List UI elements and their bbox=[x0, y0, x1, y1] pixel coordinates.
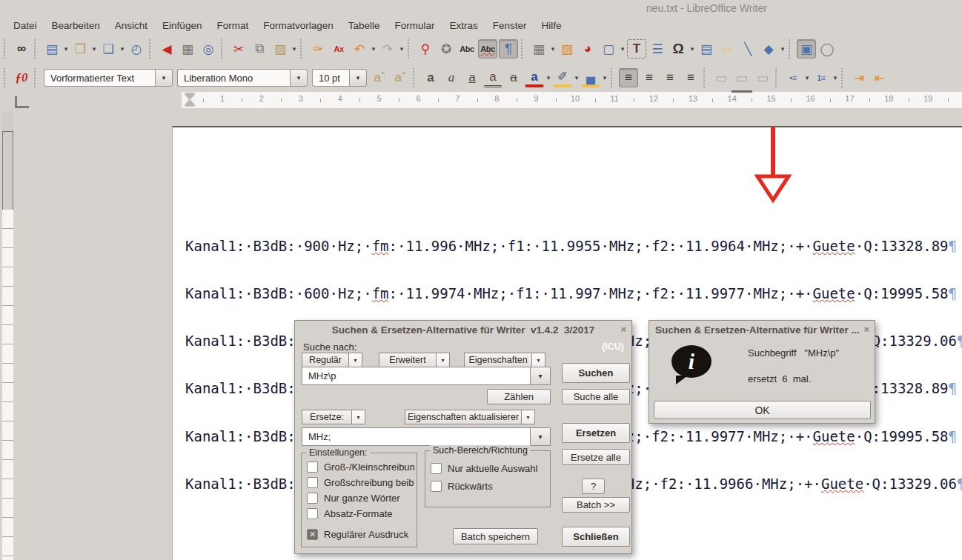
save-as-icon[interactable]: ◴ bbox=[127, 39, 146, 59]
checkbox-box[interactable] bbox=[307, 508, 318, 519]
insert-field-icon[interactable]: ▤ bbox=[697, 39, 716, 59]
menu-tabelle[interactable]: Tabelle bbox=[341, 19, 388, 33]
ok-button[interactable]: OK bbox=[654, 401, 871, 419]
keep-capitalization-checkbox[interactable]: Großschreibung beib bbox=[307, 477, 415, 488]
toolbar-grip[interactable] bbox=[34, 39, 39, 59]
replace-dropdown-button[interactable]: Ersetze:▾ bbox=[302, 410, 365, 424]
backwards-checkbox[interactable]: Rückwärts bbox=[431, 481, 548, 492]
menu-formular[interactable]: Formular bbox=[388, 19, 442, 33]
close-dialog-button[interactable]: Schließen bbox=[562, 527, 630, 547]
undo-icon[interactable]: ↶ bbox=[350, 39, 369, 59]
search-button[interactable]: Suchen bbox=[562, 363, 630, 383]
document-line[interactable]: Kanal1:·B3dB:·600·Hz;·fm:·11.9974·MHz;·f… bbox=[185, 286, 962, 301]
paragraph-style-combo[interactable]: Vorformatierter Text ▾ bbox=[44, 68, 173, 87]
checkbox-box-checked[interactable] bbox=[307, 529, 318, 540]
menu-fenster[interactable]: Fenster bbox=[485, 19, 534, 33]
italic-icon[interactable]: a bbox=[442, 68, 461, 87]
paragraph-style-dropdown[interactable]: ▾ bbox=[155, 69, 173, 87]
search-all-button[interactable]: Suche alle bbox=[562, 389, 630, 404]
navigator-icon[interactable]: ✪ bbox=[437, 39, 456, 59]
align-center-icon[interactable]: ≡ bbox=[640, 68, 659, 87]
paste-icon[interactable]: ▨ bbox=[271, 39, 290, 59]
insert-image-icon[interactable]: ▨ bbox=[557, 39, 577, 59]
paragraph-space-increase-icon[interactable]: ▭ bbox=[732, 68, 752, 87]
cut-icon[interactable]: ✂ bbox=[229, 39, 248, 59]
background-color-icon[interactable]: ▄ bbox=[581, 68, 600, 87]
indent-markers[interactable] bbox=[183, 93, 202, 107]
toolbar-grip[interactable] bbox=[521, 39, 526, 59]
numbered-list-icon[interactable]: 1≡ bbox=[812, 68, 831, 87]
paste-dropdown[interactable]: ▾ bbox=[291, 39, 298, 59]
line-spacing-icon[interactable]: ▭ bbox=[711, 68, 731, 87]
toolbar-grip[interactable] bbox=[775, 68, 780, 87]
font-color-icon[interactable]: a bbox=[525, 68, 544, 87]
regular-expression-checkbox[interactable]: Regulärer Ausdruck bbox=[307, 529, 415, 540]
redo-icon[interactable]: ↷ bbox=[378, 39, 397, 59]
toolbar-grip[interactable] bbox=[408, 39, 413, 59]
binoculars-search-icon[interactable]: ∞ bbox=[12, 39, 31, 59]
font-name-dropdown[interactable]: ▾ bbox=[290, 69, 308, 87]
insert-line-icon[interactable]: ╲ bbox=[738, 39, 757, 59]
toolbar-grip[interactable] bbox=[34, 68, 39, 87]
menu-datei[interactable]: Datei bbox=[6, 19, 44, 33]
save-dropdown[interactable]: ▾ bbox=[119, 39, 126, 59]
regular-dropdown-button[interactable]: Regulär▾ bbox=[302, 353, 362, 367]
toolbar-grip[interactable] bbox=[300, 39, 305, 59]
properties-update-dropdown-button[interactable]: Eigenschaften aktualisierer▾ bbox=[405, 410, 535, 424]
menu-formatvorlagen[interactable]: Formatvorlagen bbox=[256, 19, 341, 33]
bullet-list-icon[interactable]: •≡ bbox=[783, 68, 803, 87]
copy-icon[interactable]: ⧉ bbox=[250, 39, 269, 59]
replace-history-dropdown[interactable]: ▾ bbox=[531, 427, 551, 446]
basic-shapes-dropdown[interactable]: ▾ bbox=[779, 39, 786, 59]
checkbox-box[interactable] bbox=[307, 477, 318, 488]
align-justify-icon[interactable]: ≡ bbox=[681, 68, 700, 87]
checkbox-box[interactable] bbox=[431, 481, 442, 492]
toolbar-grip[interactable] bbox=[4, 39, 9, 59]
clone-formatting-icon[interactable]: ✑ bbox=[308, 39, 328, 59]
close-icon[interactable]: × bbox=[620, 324, 626, 335]
toolbar-grip[interactable] bbox=[703, 68, 709, 87]
superscript-icon[interactable]: aˆ bbox=[370, 68, 389, 87]
increase-indent-icon[interactable]: ⇥ bbox=[849, 68, 869, 87]
double-underline-icon[interactable]: a bbox=[483, 68, 502, 87]
menu-einfuegen[interactable]: Einfügen bbox=[155, 19, 209, 33]
current-selection-checkbox[interactable]: Nur aktuelle Auswahl bbox=[431, 463, 548, 474]
toolbar-grip[interactable] bbox=[611, 68, 616, 87]
new-document-dropdown[interactable]: ▾ bbox=[62, 39, 70, 59]
auto-spellcheck-icon[interactable]: Abc bbox=[478, 39, 497, 59]
new-document-icon[interactable]: ▤ bbox=[42, 39, 62, 59]
insert-table-icon[interactable]: ▦ bbox=[529, 39, 548, 59]
insert-textbox-icon[interactable]: T bbox=[627, 39, 646, 59]
formatting-marks-icon[interactable]: ¶ bbox=[499, 39, 518, 59]
document-line[interactable]: Kanal1:·B3dB:·900·Hz;·fm:·11.996·MHz;·f1… bbox=[185, 239, 962, 254]
menu-ansicht[interactable]: Ansicht bbox=[107, 19, 155, 33]
alt-search-dialog[interactable]: Suchen & Ersetzen-Alternative für Writer… bbox=[294, 320, 632, 554]
open-icon[interactable]: ❐ bbox=[70, 39, 90, 59]
alt-search-dialog-title[interactable]: Suchen & Ersetzen-Alternative für Writer… bbox=[295, 321, 631, 339]
undo-dropdown[interactable]: ▾ bbox=[370, 39, 377, 59]
insert-frame-dropdown[interactable]: ▾ bbox=[619, 39, 626, 59]
checkbox-box[interactable] bbox=[307, 493, 318, 504]
toolbar-grip[interactable] bbox=[413, 68, 418, 87]
print-preview-icon[interactable]: ◎ bbox=[199, 39, 218, 59]
horizontal-ruler[interactable]: 12345678910111213141516171819 bbox=[182, 92, 962, 108]
menu-hilfe[interactable]: Hilfe bbox=[534, 19, 569, 33]
search-input-combo[interactable]: MHz\p ▾ bbox=[302, 367, 551, 385]
font-size-dropdown[interactable]: ▾ bbox=[349, 69, 367, 87]
insert-chart-icon[interactable]: ◕ bbox=[578, 39, 597, 59]
insert-frame-icon[interactable]: ▢ bbox=[599, 39, 618, 59]
toolbar-grip[interactable] bbox=[4, 68, 9, 87]
info-dialog[interactable]: Suchen & Ersetzen-Alternative für Writer… bbox=[648, 320, 875, 424]
save-icon[interactable]: ❏ bbox=[99, 39, 118, 59]
redo-dropdown[interactable]: ▾ bbox=[398, 39, 405, 59]
basic-shapes-icon[interactable]: ◆ bbox=[759, 39, 778, 59]
page-break-icon[interactable]: ☰ bbox=[648, 39, 667, 59]
paragraph-formats-checkbox[interactable]: Absatz-Formate bbox=[307, 508, 415, 519]
match-case-checkbox[interactable]: Groß-/Kleinschreibun bbox=[307, 461, 415, 473]
paragraph-style-value[interactable]: Vorformatierter Text bbox=[44, 69, 155, 87]
background-color-dropdown[interactable]: ▾ bbox=[601, 68, 608, 87]
special-character-dropdown[interactable]: ▾ bbox=[689, 39, 696, 59]
bullet-list-dropdown[interactable]: ▾ bbox=[803, 68, 811, 87]
info-dialog-title[interactable]: Suchen & Ersetzen-Alternative für Writer… bbox=[649, 321, 875, 339]
insert-table-dropdown[interactable]: ▾ bbox=[549, 39, 557, 59]
